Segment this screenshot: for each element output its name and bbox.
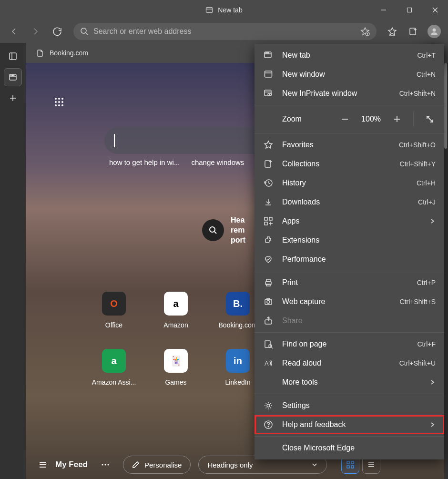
- svg-point-34: [55, 104, 57, 106]
- svg-point-54: [265, 52, 266, 53]
- inprivate-icon: [263, 89, 274, 98]
- menu-item-close-microsoft-edge[interactable]: Close Microsoft Edge: [255, 438, 444, 458]
- chevron-right-icon: [429, 379, 436, 386]
- svg-point-55: [267, 52, 267, 53]
- favorites-button[interactable]: [382, 21, 402, 41]
- suggestion-item[interactable]: how to get help in wi...: [109, 158, 180, 166]
- news-search-icon[interactable]: [202, 219, 224, 241]
- svg-rect-77: [266, 284, 270, 286]
- menu-item-downloads[interactable]: Downloads Ctrl+J: [255, 193, 444, 212]
- address-bar[interactable]: [73, 23, 377, 40]
- personalise-button[interactable]: Personalise: [123, 456, 191, 474]
- menu-item-performance[interactable]: Performance: [255, 250, 444, 269]
- hamburger-icon[interactable]: [38, 460, 48, 469]
- tab-actions-button[interactable]: [4, 69, 21, 86]
- shortcut-label: Ctrl+Shift+O: [399, 141, 436, 149]
- text-cursor: [114, 134, 115, 147]
- minimize-button[interactable]: [371, 0, 397, 20]
- back-button[interactable]: [4, 21, 24, 41]
- menu-item-new-window[interactable]: New window Ctrl+N: [255, 65, 444, 84]
- svg-point-36: [61, 104, 63, 106]
- toolbar: [0, 20, 448, 43]
- fullscreen-button[interactable]: [424, 115, 436, 123]
- profile-button[interactable]: [424, 21, 444, 41]
- address-input[interactable]: [93, 27, 360, 36]
- svg-point-30: [61, 98, 63, 100]
- svg-rect-71: [269, 217, 272, 220]
- menu-item-apps[interactable]: Apps: [255, 212, 444, 231]
- quick-link-tile[interactable]: aAmazon: [145, 292, 207, 349]
- collections-button[interactable]: [403, 21, 423, 41]
- svg-rect-48: [351, 466, 354, 468]
- chevron-right-icon: [429, 218, 436, 224]
- vertical-tabs-button[interactable]: [4, 48, 21, 65]
- menu-item-help-and-feedback[interactable]: Help and feedback: [255, 415, 444, 434]
- menu-item-print[interactable]: Print Ctrl+P: [255, 273, 444, 292]
- menu-item-share: Share: [255, 311, 444, 330]
- tab-label[interactable]: Booking.com: [50, 49, 88, 57]
- zoom-in-button[interactable]: [391, 115, 403, 123]
- menu-item-new-tab[interactable]: New tab Ctrl+T: [255, 46, 444, 65]
- menu-item-new-inprivate-window[interactable]: New InPrivate window Ctrl+Shift+N: [255, 84, 444, 103]
- svg-rect-19: [10, 53, 16, 60]
- tile-label: Amazon Assi...: [92, 378, 136, 386]
- svg-rect-70: [265, 217, 267, 220]
- menu-item-find-on-page[interactable]: Find on page Ctrl+F: [255, 335, 444, 354]
- svg-point-44: [108, 464, 109, 466]
- shortcut-label: Ctrl+H: [417, 179, 436, 187]
- menu-item-extensions[interactable]: Extensions: [255, 231, 444, 250]
- shortcut-label: Ctrl+Shift+S: [400, 298, 436, 306]
- svg-point-24: [12, 75, 12, 75]
- svg-rect-47: [347, 466, 349, 468]
- menu-separator: [255, 332, 444, 333]
- tile-icon: B.: [226, 292, 250, 316]
- svg-point-32: [58, 101, 60, 103]
- shortcut-label: Ctrl+P: [417, 279, 436, 286]
- performance-icon: [263, 255, 274, 264]
- page-icon: [36, 49, 44, 57]
- feed-more-icon[interactable]: [101, 460, 110, 469]
- new-tab-button[interactable]: [4, 90, 21, 107]
- shortcut-label: Ctrl+Shift+Y: [400, 160, 436, 168]
- menu-item-read-aloud[interactable]: A Read aloud Ctrl+Shift+U: [255, 354, 444, 373]
- svg-line-84: [272, 347, 273, 349]
- menu-item-more-tools[interactable]: More tools: [255, 373, 444, 392]
- svg-point-37: [210, 227, 215, 232]
- forward-button[interactable]: [26, 21, 46, 41]
- capture-icon: [263, 297, 274, 306]
- suggestion-item[interactable]: change windows: [191, 158, 244, 166]
- add-favorite-icon[interactable]: [360, 27, 370, 36]
- zoom-value: 100%: [361, 115, 381, 123]
- titlebar: New tab: [0, 0, 448, 20]
- shortcut-label: Ctrl+Shift+N: [399, 90, 436, 97]
- svg-point-15: [433, 29, 436, 32]
- menu-item-collections[interactable]: Collections Ctrl+Shift+Y: [255, 154, 444, 173]
- scrollbar-thumb[interactable]: [444, 63, 447, 149]
- quick-link-tile[interactable]: aAmazon Assi...: [83, 349, 145, 406]
- app-launcher-button[interactable]: [49, 92, 70, 112]
- news-headline[interactable]: Hea rem port: [202, 215, 245, 245]
- refresh-button[interactable]: [48, 21, 68, 41]
- menu-item-settings[interactable]: Settings: [255, 396, 444, 415]
- quick-link-tile[interactable]: OOffice: [83, 292, 145, 349]
- svg-point-31: [55, 101, 57, 103]
- tile-icon: a: [102, 349, 126, 373]
- chevron-right-icon: [429, 421, 436, 428]
- tile-icon: a: [164, 292, 188, 316]
- svg-text:A: A: [265, 360, 269, 367]
- feed-label[interactable]: My Feed: [55, 460, 88, 469]
- svg-point-88: [268, 426, 268, 427]
- menu-item-history[interactable]: History Ctrl+H: [255, 173, 444, 193]
- zoom-out-button[interactable]: [339, 115, 351, 123]
- maximize-button[interactable]: [397, 0, 422, 20]
- menu-zoom-row: Zoom 100%: [255, 107, 444, 131]
- close-button[interactable]: [422, 0, 448, 20]
- svg-point-56: [268, 52, 268, 53]
- svg-rect-72: [265, 222, 267, 225]
- quick-link-tile[interactable]: 🃏Games: [145, 349, 207, 406]
- star-icon: [263, 140, 274, 150]
- menu-item-favorites[interactable]: Favorites Ctrl+Shift+O: [255, 135, 444, 154]
- menu-item-web-capture[interactable]: Web capture Ctrl+Shift+S: [255, 292, 444, 311]
- vertical-tabs-sidebar: [0, 43, 26, 479]
- news-line: Hea: [231, 215, 245, 225]
